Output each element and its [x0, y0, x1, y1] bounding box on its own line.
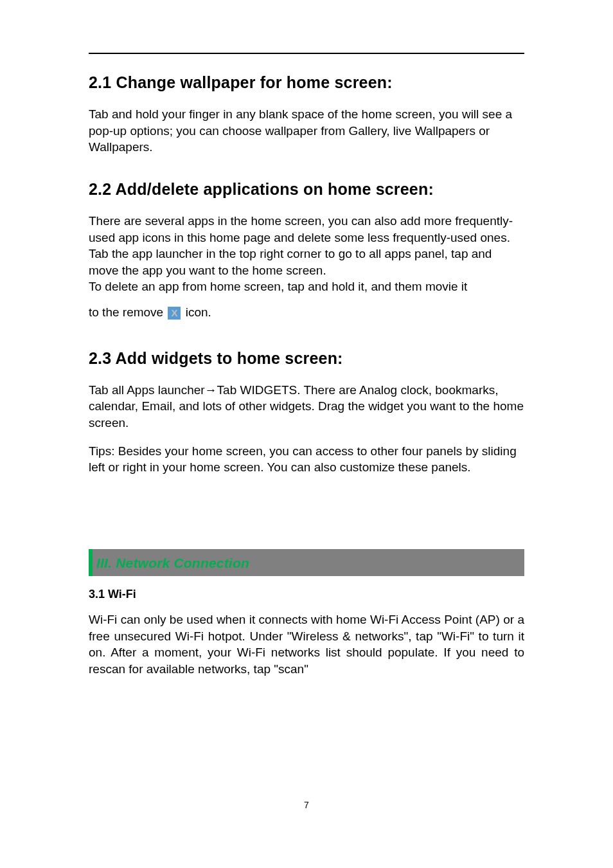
chapter-3-header-box: III. Network Connection — [89, 549, 524, 576]
body-2-2-p1: There are several apps in the home scree… — [89, 213, 524, 246]
document-page: 2.1 Change wallpaper for home screen: Ta… — [0, 0, 613, 868]
heading-2-1: 2.1 Change wallpaper for home screen: — [89, 73, 524, 92]
body-2-3-p2: Tips: Besides your home screen, you can … — [89, 443, 524, 476]
body-2-2-p2: Tab the app launcher in the top right co… — [89, 246, 524, 278]
remove-x-icon: X — [168, 307, 181, 320]
heading-2-2: 2.2 Add/delete applications on home scre… — [89, 180, 524, 199]
heading-3-1: 3.1 Wi-Fi — [89, 588, 524, 601]
body-2-2-remove-line: to the remove X icon. — [89, 304, 524, 321]
remove-prefix-text: to the remove — [89, 305, 163, 319]
body-3-1: Wi-Fi can only be used when it connects … — [89, 611, 524, 678]
heading-2-3: 2.3 Add widgets to home screen: — [89, 349, 524, 368]
body-2-3-p1: Tab all Apps launcher→Tab WIDGETS. There… — [89, 382, 524, 431]
body-2-1: Tab and hold your finger in any blank sp… — [89, 106, 524, 156]
page-number: 7 — [0, 800, 613, 810]
body-2-2-p3: To delete an app from home screen, tap a… — [89, 278, 524, 295]
remove-suffix-text: icon. — [186, 305, 211, 319]
top-horizontal-rule — [89, 53, 524, 54]
chapter-3-title: III. Network Connection — [96, 556, 249, 570]
